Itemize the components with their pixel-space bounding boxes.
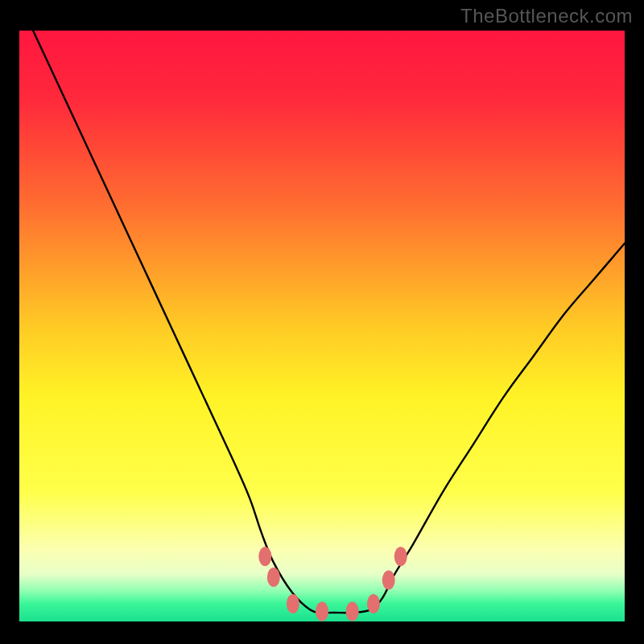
marker-dot <box>267 568 280 587</box>
marker-dot <box>287 594 299 613</box>
chart-container: TheBottleneck.com <box>0 0 644 644</box>
marker-dot <box>258 547 271 566</box>
watermark-label: TheBottleneck.com <box>460 5 633 27</box>
marker-dot <box>382 571 395 590</box>
plot-area <box>19 31 625 621</box>
marker-dot <box>394 547 407 566</box>
marker-dot <box>346 602 359 621</box>
bottleneck-curve <box>19 31 625 613</box>
curve-layer <box>19 31 625 621</box>
marker-dot <box>367 594 380 613</box>
marker-dot <box>316 602 328 621</box>
